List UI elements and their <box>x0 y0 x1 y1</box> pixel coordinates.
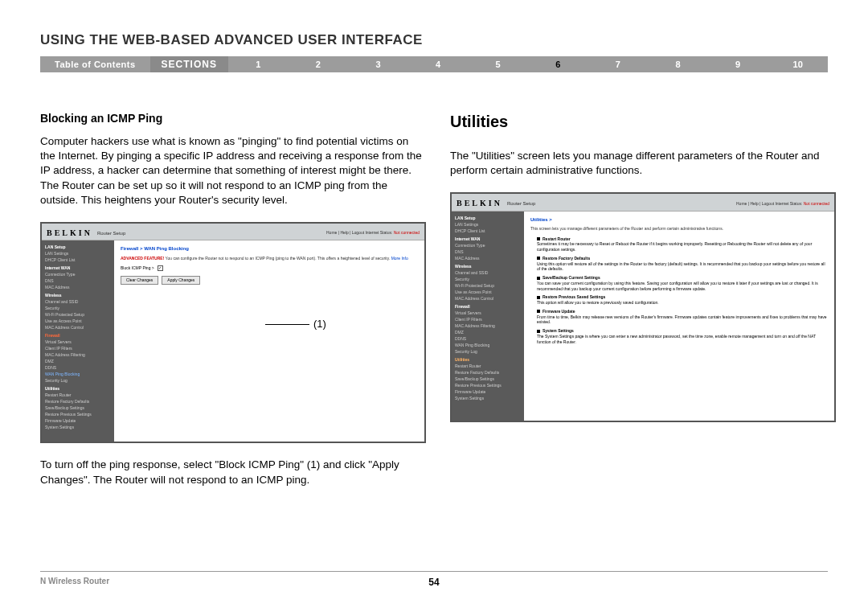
left-heading: Blocking an ICMP Ping <box>40 111 426 126</box>
nav-section-1[interactable]: 1 <box>228 60 289 69</box>
internet-status-2: Not connected <box>804 201 829 206</box>
nav-section-2[interactable]: 2 <box>289 60 349 69</box>
right-column: Utilities The "Utilities" screen lets yo… <box>450 111 836 499</box>
nav-section-3[interactable]: 3 <box>348 60 408 69</box>
left-column: Blocking an ICMP Ping Computer hackers u… <box>40 111 426 499</box>
annotation-label-1: (1) <box>313 317 326 331</box>
right-para-1: The "Utilities" screen lets you manage d… <box>450 149 836 178</box>
page-footer: N Wireless Router 54 <box>40 571 828 585</box>
utilities-list: Restart RouterSometimes it may be necess… <box>530 236 828 345</box>
screenshot-wan-ping-blocking: BELKIN Router Setup Home | Help | Logout… <box>40 222 426 444</box>
block-icmp-ping-label: Block ICMP Ping > <box>121 265 154 271</box>
breadcrumb-2[interactable]: Utilities > <box>530 216 828 223</box>
feature-description: ADVANCED FEATURE! You can configure the … <box>121 256 418 261</box>
breadcrumb-1[interactable]: Firewall > WAN Ping Blocking <box>121 245 418 252</box>
top-links: Home | Help | Logout Internet Status: No… <box>326 230 420 236</box>
internet-status: Not connected <box>394 230 420 235</box>
page-number: 54 <box>428 577 439 588</box>
nav-section-4[interactable]: 4 <box>408 60 469 69</box>
advanced-feature-label: ADVANCED FEATURE! <box>121 256 164 261</box>
nav-section-7[interactable]: 7 <box>588 60 649 69</box>
more-info-link[interactable]: More Info <box>391 256 408 261</box>
sidebar-1[interactable]: LAN SetupLAN SettingsDHCP Client ListInt… <box>42 240 114 442</box>
left-para-1: Computer hackers use what is known as "p… <box>40 134 426 207</box>
annotation-line <box>265 324 309 325</box>
nav-section-10[interactable]: 10 <box>768 60 828 69</box>
screenshot-utilities: BELKIN Router Setup Home | Help | Logout… <box>450 192 836 422</box>
block-icmp-ping-checkbox[interactable]: ✓ <box>158 265 163 271</box>
router-setup-label-2: Router Setup <box>507 200 535 207</box>
left-para-2: To turn off the ping response, select "B… <box>40 458 426 487</box>
nav-section-8[interactable]: 8 <box>648 60 708 69</box>
nav-section-5[interactable]: 5 <box>468 60 528 69</box>
nav-sections-label: SECTIONS <box>150 56 228 72</box>
clear-changes-button[interactable]: Clear Changes <box>121 276 158 285</box>
page-title: USING THE WEB-BASED ADVANCED USER INTERF… <box>40 32 828 48</box>
nav-table-of-contents[interactable]: Table of Contents <box>40 60 150 69</box>
top-links-2: Home | Help | Logout Internet Status: No… <box>736 201 829 207</box>
feature-desc-text: You can configure the Router not to resp… <box>164 256 391 261</box>
belkin-logo-2: BELKIN <box>457 198 502 209</box>
main-panel-2: Utilities > This screen lets you manage … <box>524 212 834 421</box>
utilities-desc: This screen lets you manage different pa… <box>530 226 828 232</box>
belkin-logo: BELKIN <box>47 228 92 239</box>
top-links-text-2[interactable]: Home | Help | Logout Internet Status: <box>736 201 802 206</box>
sidebar-2[interactable]: LAN SetupLAN SettingsDHCP Client ListInt… <box>452 212 524 421</box>
router-setup-label: Router Setup <box>97 230 125 236</box>
top-links-text[interactable]: Home | Help | Logout Internet Status: <box>326 230 392 235</box>
right-heading: Utilities <box>450 111 836 133</box>
main-panel-1: Firewall > WAN Ping Blocking ADVANCED FE… <box>114 240 424 442</box>
nav-section-9[interactable]: 9 <box>708 60 768 69</box>
section-nav-bar: Table of Contents SECTIONS 1 2 3 4 5 6 7… <box>40 56 828 72</box>
nav-section-6[interactable]: 6 <box>528 60 588 69</box>
apply-changes-button[interactable]: Apply Changes <box>162 276 200 285</box>
footer-product-name: N Wireless Router <box>40 577 109 585</box>
